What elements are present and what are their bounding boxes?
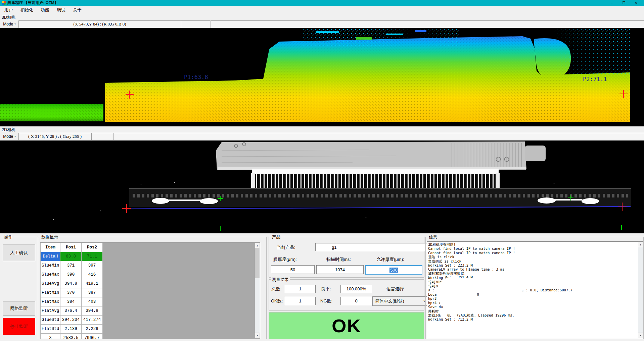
log-line: 加载3张 机 行AOI检查, Elapsed 19296 ms. (428, 313, 583, 317)
table-value-cell: 394.8 (60, 279, 82, 288)
table-value-cell: 2.229 (82, 325, 103, 334)
table-row[interactable]: X2583.57966.7 (41, 334, 103, 339)
ok-count-label: OK数: (271, 298, 283, 304)
speck (415, 30, 426, 32)
scroll-up-icon[interactable]: ▲ (638, 242, 643, 247)
yield-label: 良率: (321, 286, 331, 292)
mode-label: Mode (3, 22, 13, 26)
log-line: Cannot find local IP to match camera IP … (428, 246, 583, 250)
allowed-thickness-label: 允许厚度(μm): (376, 257, 404, 263)
table-row[interactable]: FlatMax384403 (41, 297, 103, 306)
table-row[interactable]: GlueMin371397 (41, 261, 103, 270)
results-panel: 测量结果 总数: 1 良率: 100.000% 语言选择 OK数: 1 NG数:… (269, 279, 424, 311)
cam2d-viewport[interactable] (0, 140, 644, 233)
film-thickness-label: 膜厚度(μm): (273, 257, 297, 263)
scroll-down-icon[interactable]: ▼ (255, 333, 260, 338)
film-thickness-field[interactable]: 50 (271, 265, 315, 274)
connector-end-left (251, 173, 255, 189)
scroll-down-icon[interactable]: ▼ (638, 333, 643, 338)
data-grid[interactable]: ItemPos1Pos2DeltaH63.871.1GlueMin371397G… (40, 242, 260, 339)
table-value-cell: 63.8 (60, 252, 82, 261)
log-scrollbar[interactable]: ▲ ▼ (638, 242, 643, 338)
menu-item-3[interactable]: 调试 (54, 6, 69, 14)
table-item-cell: FlatAvg (41, 306, 60, 316)
redaction-blob (443, 301, 624, 312)
table-row[interactable]: GlueMax390416 (41, 270, 103, 279)
noise-overlay-strip (0, 104, 103, 121)
cam2d-status-cell-3 (113, 133, 644, 140)
cam2d-mode-button[interactable]: Mode ▾ (1, 133, 18, 140)
table-row[interactable]: FlatStd2.1392.229 (41, 325, 103, 334)
product-panel-title: 产品 (271, 234, 281, 240)
table-value-cell: 403 (82, 297, 103, 306)
menu-item-4[interactable]: 关于 (70, 6, 85, 14)
speck (356, 37, 372, 40)
app-window: 测厚程序 【当前用户: OEM】 – ❐ ✕ 用户初始化功能调试关于 3D相机 … (0, 0, 644, 341)
ng-count-field[interactable]: 0 (340, 297, 372, 305)
scatter-noise-right (554, 28, 630, 75)
maximize-icon[interactable]: ❐ (618, 0, 630, 6)
table-row[interactable]: GlueStd394.234417.274 (41, 316, 103, 325)
table-value-cell: 387 (82, 288, 103, 297)
language-select-dropdown[interactable]: 简体中文(默认) ∨ (372, 296, 428, 306)
scroll-up-icon[interactable]: ▲ (255, 243, 260, 248)
manual-confirm-button[interactable]: 人工确认 (3, 244, 35, 261)
table-item-cell: FlatMin (41, 288, 60, 297)
cam3d-mode-bar: Mode ▾ (X 5473,Y 84) : (R 0,G 0,B 0) (0, 20, 644, 28)
cam3d-status-cell-3 (211, 20, 644, 28)
yield-field[interactable]: 100.000% (340, 285, 372, 293)
menu-item-2[interactable]: 功能 (38, 6, 53, 14)
cam3d-pixel-status: (X 5473,Y 84) : (R 0,G 0,B 0) (18, 20, 181, 28)
table-value-cell: 390 (60, 270, 82, 279)
table-row[interactable]: DeltaH63.871.1 (41, 252, 103, 261)
title-bar: 测厚程序 【当前用户: OEM】 – ❐ ✕ (0, 0, 644, 6)
table-row[interactable]: FlatMin370387 (41, 288, 103, 297)
p1-measurement-label: P1:63.8 (184, 74, 208, 80)
log-line: CameraLV array to HImage time : 3 ms (428, 267, 583, 271)
allowed-thickness-field[interactable]: 500 (365, 265, 422, 275)
allowed-thickness-value: 500 (389, 268, 398, 273)
current-product-value: g1 (332, 245, 336, 250)
network-listen-button[interactable]: 网络监听 (3, 301, 35, 316)
chevron-down-icon: ▾ (14, 135, 16, 138)
table-value-cell: 2583.5 (60, 334, 82, 339)
table-row[interactable]: FlatAvg376.4394.8 (41, 306, 103, 316)
product-panel: 产品 当前产品: g1 膜厚度(μm): 扫描时间ms: 允许厚度(μm): 5… (269, 237, 424, 278)
table-value-cell: 371 (60, 261, 82, 270)
table-value-cell: 416 (82, 270, 103, 279)
language-selected-value: 简体中文(默认) (375, 298, 404, 304)
cam3d-mode-button[interactable]: Mode ▾ (1, 20, 18, 28)
table-item-cell: GlueStd (41, 316, 60, 325)
cam2d-status-cell-2 (91, 133, 113, 140)
grid-scrollbar[interactable]: ▲ ▼ (255, 243, 260, 338)
noise-overlay (105, 36, 630, 122)
table-row[interactable]: GlueAvg394.8419.1 (41, 279, 103, 288)
data-display-panel: 数据显示 ItemPos1Pos2DeltaH63.871.1GlueMin37… (38, 237, 267, 339)
log-line: 集成调试 is click (428, 259, 583, 263)
ng-count-label: NG数: (320, 298, 332, 304)
ok-count-field[interactable]: 1 (285, 297, 316, 305)
menu-bar: 用户初始化功能调试关于 (0, 6, 644, 14)
table-value-cell: 2.139 (60, 325, 82, 334)
table-item-cell: FlatStd (41, 325, 60, 334)
minimize-icon[interactable]: – (606, 0, 618, 6)
stop-listen-button[interactable]: 停止监听 (3, 318, 35, 335)
connector-top (252, 169, 499, 174)
app-icon (2, 1, 6, 5)
table-header-cell: Item (41, 243, 60, 252)
cam3d-section-label: 3D相机 (2, 15, 15, 20)
table-value-cell: 71.1 (82, 252, 103, 261)
operation-panel: 操作 人工确认 网络监听 停止监听 (1, 237, 37, 339)
scrollbar-thumb[interactable] (255, 248, 260, 278)
window-controls: – ❐ ✕ (606, 0, 642, 6)
chevron-down-icon: ∨ (423, 299, 425, 303)
cam3d-viewport[interactable]: P1:63.8 P2:71.1 (0, 28, 644, 126)
scan-time-field[interactable]: 1074 (316, 265, 364, 274)
menu-item-1[interactable]: 初始化 (17, 6, 37, 14)
menu-item-0[interactable]: 用户 (1, 6, 16, 14)
total-label: 总数: (272, 286, 282, 292)
close-icon[interactable]: ✕ (630, 0, 642, 6)
log-line: 3D相机没有网络! (428, 242, 583, 246)
current-product-field[interactable]: g1 (315, 243, 438, 251)
total-field[interactable]: 1 (285, 285, 316, 293)
